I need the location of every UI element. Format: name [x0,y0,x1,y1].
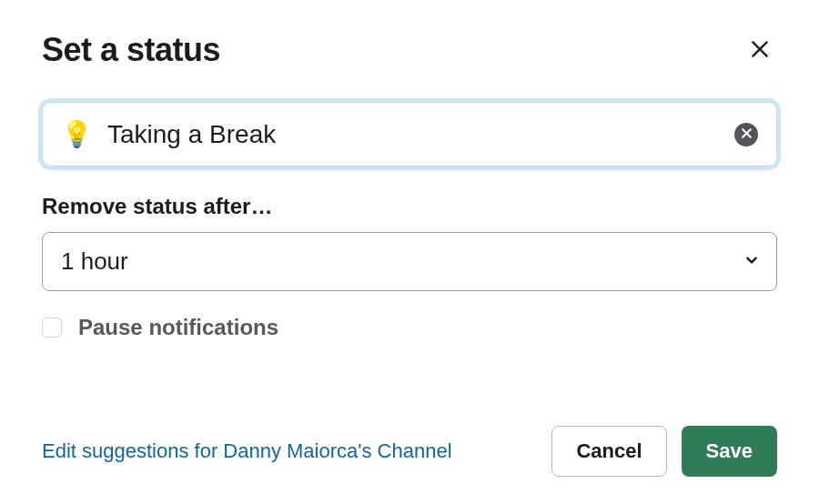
footer-buttons: Cancel Save [551,426,777,477]
remove-after-label: Remove status after… [42,194,777,219]
edit-suggestions-link[interactable]: Edit suggestions for Danny Maiorca's Cha… [42,439,452,463]
lightbulb-icon[interactable]: 💡 [61,119,93,149]
remove-after-value: 1 hour [61,247,128,276]
x-icon [741,127,753,142]
cancel-button[interactable]: Cancel [551,426,666,477]
close-button[interactable] [743,32,777,69]
modal-title: Set a status [42,31,220,69]
remove-after-select[interactable]: 1 hour [42,232,777,291]
status-text-input[interactable] [107,120,734,149]
status-input-container: 💡 [42,102,777,166]
save-button[interactable]: Save [682,426,777,477]
modal-footer: Edit suggestions for Danny Maiorca's Cha… [42,408,777,477]
pause-notifications-row: Pause notifications [42,315,777,340]
pause-notifications-checkbox[interactable] [42,318,62,338]
chevron-down-icon [745,254,758,270]
clear-status-button[interactable] [734,123,758,146]
pause-notifications-label: Pause notifications [78,315,278,340]
close-icon [748,37,772,64]
modal-header: Set a status [42,31,777,69]
